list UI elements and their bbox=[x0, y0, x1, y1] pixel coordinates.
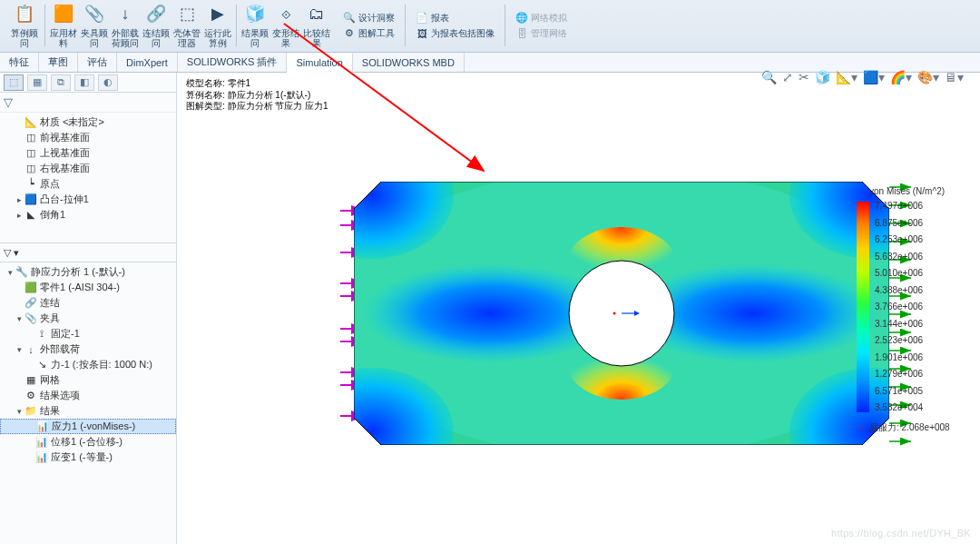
tree-label: 倒角1 bbox=[40, 208, 65, 222]
tree-item[interactable]: ⚙结果选项 bbox=[0, 388, 176, 403]
plot-info-text: 模型名称: 零件1 算例名称: 静应力分析 1(-默认-) 图解类型: 静应力分… bbox=[186, 78, 328, 113]
panel-tab-config[interactable]: ⧉ bbox=[51, 74, 71, 91]
legend-tick: 1.901e+006 bbox=[875, 353, 923, 362]
tree-icon: ◫ bbox=[24, 147, 38, 160]
network-icon: 🌐 bbox=[515, 12, 528, 25]
tree-item[interactable]: 📊应变1 (-等量-) bbox=[0, 450, 176, 465]
ribbon-mini-plot-tools[interactable]: ⚙图解工具 bbox=[339, 25, 398, 41]
tree-label: 位移1 (-合位移-) bbox=[51, 435, 122, 449]
ribbon-btn-4[interactable]: 🔗连结顾 问 bbox=[141, 2, 172, 49]
hud-scene-icon[interactable]: 🌈▾ bbox=[890, 70, 912, 84]
subtab-solidworks-插件[interactable]: SOLIDWORKS 插件 bbox=[178, 53, 288, 72]
graphics-area[interactable]: 模型名称: 零件1 算例名称: 静应力分析 1(-默认-) 图解类型: 静应力分… bbox=[177, 73, 980, 544]
tree-item[interactable]: 🟩零件1 (-AISI 304-) bbox=[0, 280, 176, 295]
tree-item[interactable]: ◫右视基准面 bbox=[0, 161, 176, 176]
tree-item[interactable]: ▾📎夹具 bbox=[0, 311, 176, 326]
tree-item[interactable]: ┕原点 bbox=[0, 176, 176, 192]
compare-icon: 🗂 bbox=[305, 3, 328, 26]
tree-label: 连结 bbox=[40, 296, 60, 310]
ribbon-btn-6[interactable]: ▶运行此 算例 bbox=[202, 2, 233, 49]
tree-item[interactable]: ◫上视基准面 bbox=[0, 145, 176, 161]
hud-orient-icon[interactable]: 📐▾ bbox=[836, 70, 858, 84]
tree-item[interactable]: ↘力-1 (:按条目: 1000 N:) bbox=[0, 357, 176, 372]
mini-label: 为报表包括图像 bbox=[431, 27, 495, 40]
panel-tab-dim[interactable]: ◧ bbox=[74, 74, 94, 91]
tree-item[interactable]: ▾📁结果 bbox=[0, 403, 176, 419]
simulation-tree: ▾🔧静应力分析 1 (-默认-)🟩零件1 (-AISI 304-)🔗连结▾📎夹具… bbox=[0, 262, 176, 544]
tree-item[interactable]: 📐材质 <未指定> bbox=[0, 114, 176, 130]
tree-label: 上视基准面 bbox=[40, 146, 90, 160]
plot-tools-icon: ⚙ bbox=[343, 27, 356, 40]
watermark: https://blog.csdn.net/DYH_BK bbox=[831, 528, 971, 539]
subtab-dimxpert[interactable]: DimXpert bbox=[117, 53, 178, 72]
ribbon-btn-9[interactable]: 🗂比较结 果 bbox=[301, 2, 332, 49]
image-icon: 🖼 bbox=[416, 27, 428, 40]
ribbon-btn-0[interactable]: 📋算例顾 问 bbox=[7, 2, 42, 49]
tree-icon: ⟟ bbox=[34, 328, 49, 341]
info-line: 算例名称: 静应力分析 1(-默认-) bbox=[186, 90, 328, 102]
hud-appear-icon[interactable]: 🎨▾ bbox=[917, 70, 939, 84]
ribbon-label: 应用材 料 bbox=[48, 28, 79, 48]
ribbon-mini-include-image[interactable]: 🖼为报表包括图像 bbox=[412, 25, 498, 41]
ribbon-label: 结果顾 问 bbox=[240, 28, 270, 48]
funnel-icon[interactable]: ▽ ▾ bbox=[4, 247, 19, 259]
arrow-right-icon: → bbox=[857, 422, 867, 433]
tree-item[interactable]: ▸◣倒角1 bbox=[0, 207, 176, 223]
tree-item[interactable]: ▾↓外部载荷 bbox=[0, 341, 176, 357]
ribbon-btn-8[interactable]: ⟐变形结 果 bbox=[270, 2, 301, 49]
ribbon-btn-5[interactable]: ⬚壳体管 理器 bbox=[172, 2, 202, 49]
hud-display-icon[interactable]: 🟦▾ bbox=[863, 70, 885, 84]
tree-item[interactable]: ⟟固定-1 bbox=[0, 326, 176, 341]
subtab-solidworks-mbd[interactable]: SOLIDWORKS MBD bbox=[353, 53, 465, 72]
tree-label: 材质 <未指定> bbox=[40, 115, 104, 129]
ribbon-mini-report[interactable]: 📄报表 bbox=[412, 10, 498, 25]
tree-item[interactable]: 📊位移1 (-合位移-) bbox=[0, 434, 176, 450]
hud-section-icon[interactable]: ✂ bbox=[799, 70, 809, 84]
panel-tab-feature-tree[interactable]: ⬚ bbox=[4, 74, 24, 91]
tree-item[interactable]: ▾🔧静应力分析 1 (-默认-) bbox=[0, 264, 176, 280]
tree-label: 外部载荷 bbox=[40, 342, 80, 356]
tree-label: 静应力分析 1 (-默认-) bbox=[31, 265, 125, 279]
tree-label: 夹具 bbox=[40, 312, 60, 325]
ribbon-label: 壳体管 理器 bbox=[172, 28, 202, 48]
subtab-评估[interactable]: 评估 bbox=[78, 53, 117, 72]
tree-item[interactable]: 🔗连结 bbox=[0, 295, 176, 311]
hud-zoom-icon[interactable]: 🔍 bbox=[761, 70, 777, 84]
legend-tick: 1.279e+006 bbox=[875, 370, 923, 379]
tree-item[interactable]: ▸🟦凸台-拉伸1 bbox=[0, 192, 176, 207]
ribbon-group-minicol3: 🌐网络模拟 🗄管理网络 bbox=[508, 2, 574, 49]
ribbon-sep bbox=[44, 5, 45, 46]
hud-view-icon[interactable]: 🧊 bbox=[815, 70, 830, 84]
tree-icon: 📊 bbox=[34, 451, 49, 464]
legend-tick: 3.532e+004 bbox=[875, 403, 923, 412]
panel-tab-appearance[interactable]: ◐ bbox=[98, 74, 118, 91]
feature-tree: 📐材质 <未指定>◫前视基准面◫上视基准面◫右视基准面┕原点▸🟦凸台-拉伸1▸◣… bbox=[0, 113, 176, 242]
panel-tab-property[interactable]: ▦ bbox=[27, 74, 47, 91]
hud-zoom-fit-icon[interactable]: ⤢ bbox=[782, 70, 793, 84]
ribbon-label: 外部载 荷顾问 bbox=[110, 28, 141, 48]
hud-render-icon[interactable]: 🖥▾ bbox=[945, 70, 964, 84]
ribbon-btn-2[interactable]: 📎夹具顾 问 bbox=[79, 2, 110, 49]
ribbon-btn-3[interactable]: ↓外部载 荷顾问 bbox=[110, 2, 141, 49]
tree-item[interactable]: ▦网格 bbox=[0, 372, 176, 388]
tree-item[interactable]: ◫前视基准面 bbox=[0, 130, 176, 145]
mini-label: 管理网络 bbox=[531, 27, 567, 40]
connection-icon: 🔗 bbox=[144, 3, 168, 26]
funnel-icon[interactable]: ▽ bbox=[4, 95, 18, 110]
ribbon-group-minicol2: 📄报表 🖼为报表包括图像 bbox=[408, 2, 502, 49]
ribbon-label: 连结顾 问 bbox=[141, 28, 172, 48]
subtab-特征[interactable]: 特征 bbox=[0, 53, 39, 72]
ribbon-mini-design-insight[interactable]: 🔍设计洞察 bbox=[339, 10, 398, 25]
tree-label: 应变1 (-等量-) bbox=[51, 450, 113, 464]
subtab-simulation[interactable]: Simulation bbox=[287, 54, 352, 73]
material-icon: 🟧 bbox=[52, 3, 75, 26]
ribbon-mini-manage-network: 🗄管理网络 bbox=[512, 25, 571, 41]
run-icon: ▶ bbox=[206, 3, 230, 26]
ribbon-btn-1[interactable]: 🟧应用材 料 bbox=[48, 2, 79, 49]
ribbon: 📋算例顾 问 🟧应用材 料 📎夹具顾 问 ↓外部载 荷顾问 🔗连结顾 问 ⬚壳体… bbox=[0, 0, 980, 53]
tree-label: 网格 bbox=[40, 373, 60, 387]
subtab-草图[interactable]: 草图 bbox=[39, 53, 78, 72]
mini-label: 报表 bbox=[431, 12, 449, 25]
ribbon-btn-7[interactable]: 🧊结果顾 问 bbox=[240, 2, 270, 49]
tree-item[interactable]: 📊应力1 (-vonMises-) bbox=[0, 419, 176, 434]
